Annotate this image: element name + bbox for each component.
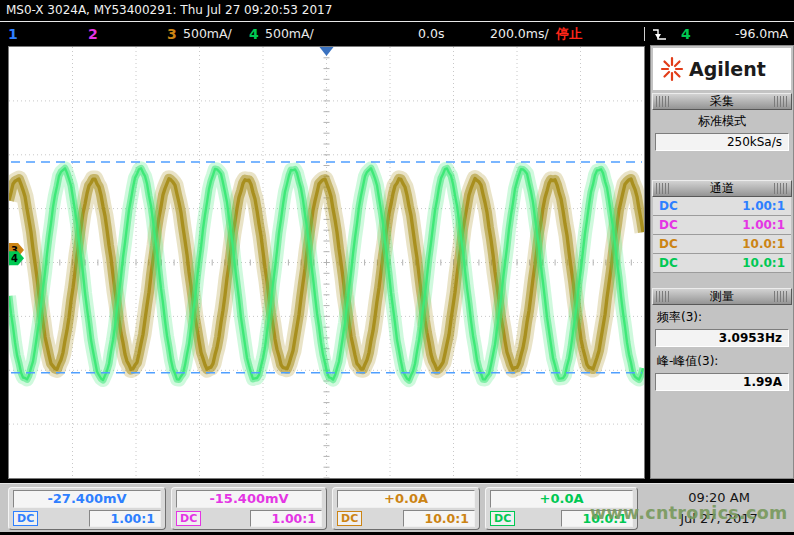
waveform-display-area: 34 [8, 46, 645, 479]
ch4-coupling-label: DC [659, 256, 678, 270]
grip-icon [774, 291, 788, 302]
panel-header-acquire[interactable]: 采集 [652, 93, 792, 110]
status-timebase[interactable]: 200.0ms/ [490, 22, 549, 46]
measurement-peaktopeak-value: 1.99A [655, 373, 789, 391]
grip-icon [774, 96, 788, 107]
grip-icon [656, 96, 670, 107]
ch3-coupling-label: DC [659, 237, 678, 251]
channel-row-2[interactable]: DC 1.00:1 [653, 216, 791, 235]
channel-row-1[interactable]: DC 1.00:1 [653, 197, 791, 216]
status-ch4-scale[interactable]: 500mA/ [265, 22, 314, 46]
ch4-coupling-badge: DC [490, 511, 515, 526]
status-ch4-number[interactable]: 4 [249, 22, 259, 46]
ch2-coupling-badge: DC [176, 511, 201, 526]
status-ch3-number[interactable]: 3 [167, 22, 177, 46]
trigger-falling-edge-icon [652, 27, 667, 42]
status-bar: 1 2 3 500mA/ 4 500mA/ 0.0s 200.0ms/ 停止 4… [0, 22, 794, 46]
status-run-state[interactable]: 停止 [556, 22, 582, 46]
ch2-coupling-label: DC [659, 218, 678, 232]
ch4-probe-ratio: 10.0:1 [742, 256, 785, 270]
ch2-offset-value: -15.400mV [176, 490, 322, 508]
sample-rate-field: 250kSa/s [655, 133, 789, 151]
ch1-status-box[interactable]: -27.400mV DC 1.00:1 [8, 487, 166, 530]
panel-title-acquire: 采集 [710, 93, 734, 110]
title-bar: MS0-X 3024A, MY53400291: Thu Jul 27 09:2… [0, 0, 794, 22]
status-trigger-source[interactable]: 4 [681, 22, 691, 46]
ch1-coupling-label: DC [659, 199, 678, 213]
ch1-probe-ratio: 1.00:1 [742, 199, 785, 213]
status-ch2-number[interactable]: 2 [88, 22, 98, 46]
panel-header-measure[interactable]: 测量 [652, 288, 792, 305]
status-trigger-level[interactable]: -96.0mA [735, 22, 788, 46]
status-ch1-number[interactable]: 1 [8, 22, 18, 46]
agilent-logo: Agilent [653, 48, 791, 90]
ch3-status-box[interactable]: +0.0A DC 10.0:1 [332, 487, 480, 530]
grip-icon [656, 183, 670, 194]
panel-header-channels[interactable]: 通道 [652, 180, 792, 197]
ch1-probe-ratio: 1.00:1 [89, 510, 161, 527]
status-time-offset[interactable]: 0.0s [418, 22, 444, 46]
ch3-probe-ratio: 10.0:1 [742, 237, 785, 251]
brand-name: Agilent [689, 58, 766, 80]
grip-icon [656, 291, 670, 302]
panel-title-channels: 通道 [710, 180, 734, 197]
ch2-probe-ratio: 1.00:1 [250, 510, 322, 527]
window-title: MS0-X 3024A, MY53400291: Thu Jul 27 09:2… [6, 3, 332, 17]
waveform-display: 34 [9, 47, 644, 478]
ch1-coupling-badge: DC [13, 511, 38, 526]
ch2-status-box[interactable]: -15.400mV DC 1.00:1 [171, 487, 327, 530]
ch3-offset-value: +0.0A [337, 490, 475, 508]
measurement-peaktopeak-label: 峰-峰值(3): [651, 349, 793, 371]
oscilloscope-screen: MS0-X 3024A, MY53400291: Thu Jul 27 09:2… [0, 0, 794, 535]
measurement-frequency-value: 3.0953Hz [655, 329, 789, 347]
grip-icon [774, 183, 788, 194]
watermark: www.cntronics.com [590, 503, 788, 523]
ch1-offset-value: -27.400mV [13, 490, 161, 508]
channel-row-4[interactable]: DC 10.0:1 [653, 254, 791, 273]
acquire-mode-label: 标准模式 [651, 110, 793, 131]
status-ch3-scale[interactable]: 500mA/ [183, 22, 232, 46]
ch2-probe-ratio: 1.00:1 [742, 218, 785, 232]
measurement-frequency-label: 频率(3): [651, 305, 793, 327]
agilent-spark-icon [660, 56, 684, 82]
status-divider [644, 27, 645, 41]
time-reference-marker[interactable] [320, 47, 334, 56]
sidebar: Agilent 采集 标准模式 250kSa/s 通道 DC 1.00:1 DC… [650, 45, 794, 479]
ch3-probe-ratio: 10.0:1 [403, 510, 475, 527]
svg-text:4: 4 [11, 253, 18, 264]
ch3-coupling-badge: DC [337, 511, 362, 526]
panel-title-measure: 测量 [710, 288, 734, 305]
channel-row-3[interactable]: DC 10.0:1 [653, 235, 791, 254]
